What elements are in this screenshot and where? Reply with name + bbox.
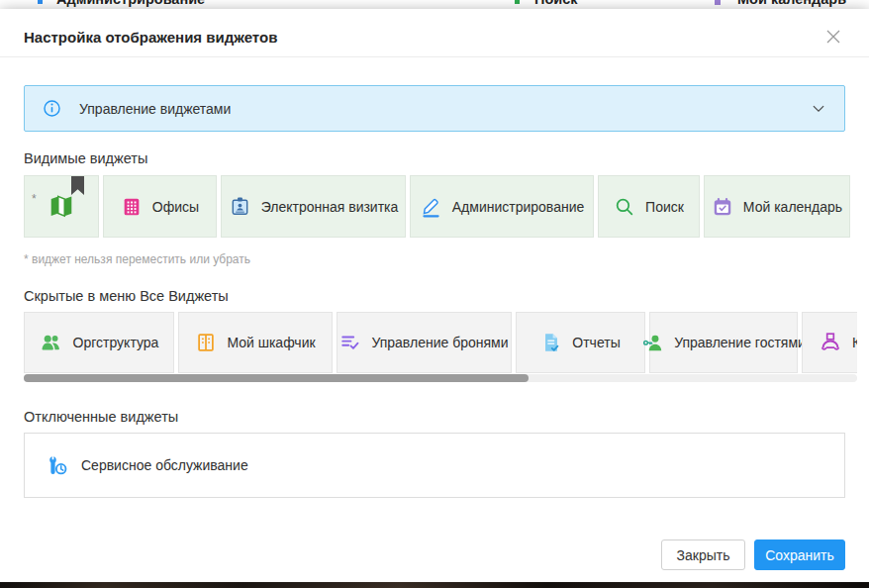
widget-label: Офисы [152, 199, 199, 215]
header-divider [0, 56, 869, 57]
dialog-title: Настройка отображения виджетов [24, 29, 277, 46]
document-check-icon [540, 332, 562, 353]
widget-tile-reports[interactable]: Отчеты [516, 312, 645, 373]
dome-icon [819, 331, 842, 354]
widget-tile-partial[interactable]: К [802, 312, 857, 373]
horizontal-scrollbar-thumb[interactable] [24, 374, 529, 382]
list-check-icon [339, 332, 361, 353]
disabled-widgets-box: Сервисное обслуживание [24, 433, 845, 498]
background-tab-calendar: Мой календарь [737, 0, 846, 7]
pencil-icon [420, 195, 442, 218]
widget-label: Управление гостями [674, 335, 806, 350]
visible-widgets-heading: Видимые виджеты [24, 150, 147, 166]
widget-tile-booking-management[interactable]: Управление бронями [337, 312, 512, 373]
visible-widgets-row: * [24, 175, 857, 238]
people-icon [40, 331, 63, 354]
widget-tile-administration[interactable]: Администрирование [410, 175, 594, 238]
hidden-widgets-heading: Скрытые в меню Все Виджеты [24, 288, 229, 304]
widget-label: Сервисное обслуживание [81, 457, 248, 473]
map-icon [48, 194, 74, 220]
calendar-check-icon [712, 196, 733, 218]
pinned-widget-note: * виджет нельзя переместить или убрать [24, 252, 250, 266]
calendar-icon [715, 0, 721, 5]
widget-management-banner[interactable]: Управление виджетами [24, 85, 845, 132]
widget-label: Отчеты [572, 335, 620, 350]
background-tab-administration: Администрирование [56, 0, 205, 7]
widget-label: Оргструктура [73, 335, 159, 350]
close-icon[interactable] [820, 23, 847, 50]
widget-settings-dialog: Настройка отображения виджетов Управлени… [0, 9, 869, 582]
widget-tile-orgstructure[interactable]: Оргструктура [24, 312, 174, 373]
disabled-widgets-heading: Отключенные виджеты [24, 409, 178, 425]
chevron-down-icon[interactable] [811, 101, 826, 117]
pencil-icon [38, 0, 43, 4]
search-icon [515, 0, 520, 4]
widget-tile-guest-management[interactable]: Управление гостями [649, 312, 798, 373]
widget-tile-search[interactable]: Поиск [598, 175, 700, 238]
widget-label: К [852, 335, 857, 350]
info-icon [42, 98, 62, 119]
background-tab-search: Поиск [534, 0, 578, 7]
widget-tile-my-locker[interactable]: Мой шкафчик [178, 312, 333, 373]
id-card-icon [229, 195, 251, 218]
widget-label: Мой календарь [743, 199, 842, 215]
banner-label: Управление виджетами [79, 101, 231, 117]
person-key-icon [641, 332, 664, 354]
bookmark-icon [71, 176, 84, 195]
widget-tile-offices[interactable]: Офисы [103, 175, 217, 238]
background-page-strip: Администрирование Поиск Мой календарь [0, 0, 869, 9]
pinned-marker: * [32, 192, 37, 206]
close-button[interactable]: Закрыть [661, 539, 745, 570]
background-photo-strip [0, 582, 869, 588]
widget-label: Администрирование [452, 199, 585, 215]
widget-tile-my-calendar[interactable]: Мой календарь [704, 175, 850, 238]
widget-tile-map[interactable]: * [24, 175, 99, 238]
search-icon [614, 196, 635, 218]
widget-tile-business-card[interactable]: Электронная визитка [221, 175, 406, 238]
widget-label: Поиск [645, 199, 684, 215]
wrench-clock-icon [45, 452, 70, 478]
save-button[interactable]: Сохранить [754, 539, 845, 570]
office-building-icon [121, 196, 143, 218]
widget-label: Управление бронями [371, 335, 508, 350]
widget-label: Электронная визитка [261, 199, 399, 215]
hidden-widgets-row: Оргструктура Мой шкафчик [24, 312, 857, 373]
locker-icon [195, 332, 217, 353]
horizontal-scrollbar-track[interactable] [24, 374, 857, 382]
widget-label: Мой шкафчик [227, 335, 315, 350]
